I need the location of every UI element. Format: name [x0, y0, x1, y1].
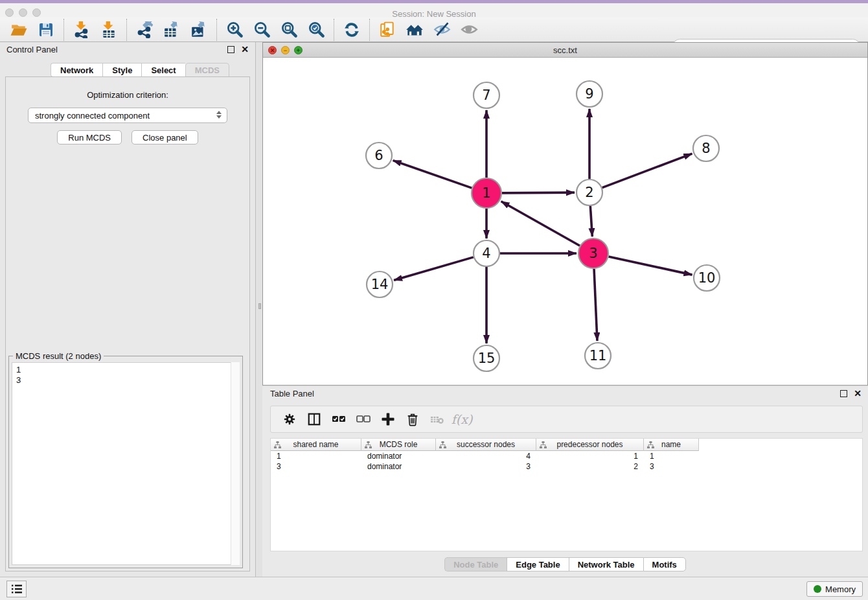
network-window-title: scc.txt: [263, 45, 867, 55]
eye-slash-icon: [433, 21, 451, 38]
table-cell[interactable]: 1: [644, 451, 699, 461]
table-row[interactable]: 3dominator323: [271, 461, 862, 472]
columns-icon: [307, 412, 321, 426]
graph-edge-4-14[interactable]: [394, 257, 474, 281]
control-panel-title: Control Panel: [6, 45, 58, 54]
column-header-label: predecessor nodes: [556, 440, 622, 449]
column-header-name[interactable]: name: [644, 439, 699, 451]
column-type-icon: [439, 441, 446, 448]
mcds-result-group: MCDS result (2 nodes) 1 3: [8, 356, 243, 568]
criterion-dropdown[interactable]: strongly connected component: [28, 108, 227, 123]
column-header-predecessor-nodes[interactable]: predecessor nodes: [536, 439, 644, 451]
graph-edge-1-2[interactable]: [502, 192, 575, 193]
table-cell[interactable]: 3: [436, 461, 536, 472]
close-panel-icon[interactable]: ✕: [241, 46, 249, 53]
network-graph: 7968124314101511: [263, 58, 867, 385]
select-all-button[interactable]: [329, 410, 348, 429]
table-cell[interactable]: 1: [536, 451, 644, 461]
save-session-button[interactable]: [36, 20, 56, 40]
open-file-button[interactable]: [9, 20, 29, 40]
zoom-selected-button[interactable]: [306, 20, 326, 40]
hide-selected-button[interactable]: [432, 20, 451, 40]
vertical-splitter[interactable]: [257, 42, 262, 577]
tab-edge-table[interactable]: Edge Table: [507, 557, 568, 571]
zoom-in-button[interactable]: [225, 20, 244, 40]
graph-edge-1-6[interactable]: [393, 161, 472, 188]
tab-network[interactable]: Network: [51, 63, 102, 77]
run-mcds-button[interactable]: Run MCDS: [57, 130, 122, 144]
column-header-shared-name[interactable]: shared name: [271, 439, 361, 451]
column-header-MCDS-role[interactable]: MCDS role: [361, 439, 436, 451]
close-panel-icon[interactable]: ✕: [854, 390, 862, 397]
duplicate-network-icon: [379, 21, 396, 38]
table-cell[interactable]: 3: [271, 461, 361, 472]
tab-style[interactable]: Style: [102, 63, 141, 77]
task-history-button[interactable]: [6, 581, 27, 597]
import-network-button[interactable]: [72, 20, 91, 40]
table-body: 1dominator4113dominator323: [271, 451, 862, 472]
table-cell[interactable]: dominator: [361, 451, 436, 461]
table-settings-button[interactable]: [280, 410, 299, 429]
zoom-fit-button[interactable]: [279, 20, 299, 40]
graph-edge-3-1[interactable]: [501, 202, 580, 246]
import-table-button[interactable]: [99, 20, 119, 40]
export-image-button[interactable]: [189, 20, 209, 40]
table-row[interactable]: 1dominator411: [271, 451, 862, 461]
dropdown-stepper-icon: [216, 111, 222, 119]
tab-motifs[interactable]: Motifs: [643, 557, 686, 571]
delete-column-button[interactable]: [403, 410, 422, 429]
column-header-successor-nodes[interactable]: successor nodes: [436, 439, 536, 451]
create-column-button[interactable]: [378, 410, 398, 429]
tab-node-table[interactable]: Node Table: [444, 557, 507, 571]
tab-mcds[interactable]: MCDS: [185, 63, 229, 77]
graph-edge-2-8[interactable]: [602, 154, 692, 187]
export-image-icon: [190, 21, 207, 38]
splitter-handle[interactable]: [258, 303, 261, 309]
zoom-in-icon: [226, 21, 244, 38]
table-cell[interactable]: 3: [644, 461, 699, 472]
float-panel-icon[interactable]: [840, 390, 847, 397]
mcds-result-text[interactable]: 1 3: [12, 362, 240, 565]
graph-node-label-7: 7: [482, 87, 490, 103]
show-selected-button[interactable]: [459, 20, 479, 40]
import-table-icon: [100, 21, 117, 38]
result-scrollbar[interactable]: [231, 362, 240, 565]
table-panel-buttons: ✕: [840, 390, 862, 397]
memory-button[interactable]: Memory: [806, 581, 863, 597]
graph-node-label-1: 1: [482, 185, 490, 201]
table-cell[interactable]: dominator: [361, 461, 436, 472]
column-type-icon: [365, 441, 372, 448]
table-cell[interactable]: 4: [436, 451, 536, 461]
graph-edge-3-11[interactable]: [594, 269, 597, 341]
graph-node-label-6: 6: [374, 148, 383, 163]
refresh-layout-button[interactable]: [342, 20, 361, 40]
close-panel-button[interactable]: Close panel: [131, 130, 198, 144]
network-canvas[interactable]: 7968124314101511: [263, 58, 867, 385]
zoom-out-button[interactable]: [252, 20, 271, 40]
export-network-button[interactable]: [135, 20, 154, 40]
column-header-label: shared name: [293, 440, 338, 449]
show-column-button[interactable]: [304, 410, 324, 429]
duplicate-network-button[interactable]: [378, 20, 397, 40]
table-header-row: shared nameMCDS rolesuccessor nodesprede…: [271, 439, 862, 451]
network-view-window: ✕ − + scc.txt 7968124314101511: [262, 42, 868, 386]
deselect-all-button[interactable]: [354, 410, 373, 429]
table-cell[interactable]: 1: [271, 451, 361, 461]
tab-select[interactable]: Select: [141, 63, 185, 77]
delete-table-button-disabled: [428, 410, 447, 429]
unchecked-boxes-icon: [356, 411, 371, 427]
zoom-selected-icon: [308, 21, 325, 38]
criterion-dropdown-value: strongly connected component: [35, 111, 150, 121]
node-table[interactable]: shared nameMCDS rolesuccessor nodesprede…: [270, 438, 863, 551]
first-neighbors-button[interactable]: [405, 20, 424, 40]
control-panel-tabs: Network Style Select MCDS: [51, 63, 229, 77]
export-table-button[interactable]: [162, 20, 181, 40]
network-window-titlebar[interactable]: ✕ − + scc.txt: [263, 43, 867, 58]
graph-edge-3-10[interactable]: [608, 257, 692, 275]
zoom-out-icon: [253, 21, 271, 38]
float-panel-icon[interactable]: [227, 46, 234, 53]
graph-edge-2-3[interactable]: [590, 206, 592, 237]
main-toolbar: [0, 17, 868, 42]
tab-network-table[interactable]: Network Table: [569, 557, 643, 571]
table-cell[interactable]: 2: [536, 461, 644, 472]
